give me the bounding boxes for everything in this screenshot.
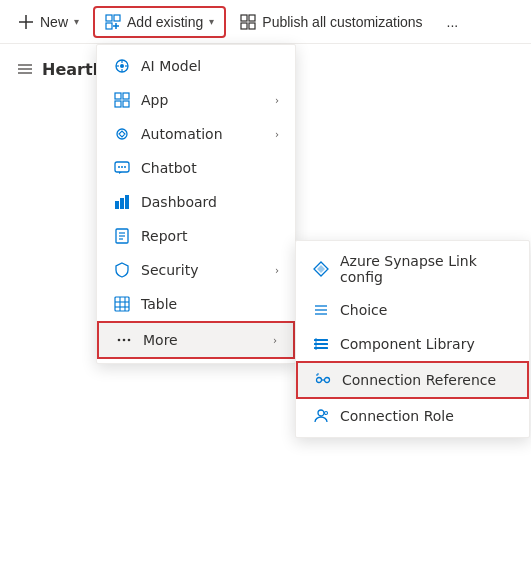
svg-rect-26 (120, 198, 124, 209)
publish-label: Publish all customizations (262, 14, 422, 30)
menu-item-report[interactable]: Report (97, 219, 295, 253)
menu-item-choice[interactable]: Choice (296, 293, 529, 327)
svg-point-48 (325, 378, 330, 383)
primary-dropdown: AI Model App › Automation (96, 44, 296, 364)
automation-arrow: › (275, 129, 279, 140)
svg-point-24 (124, 166, 126, 168)
svg-rect-2 (106, 23, 112, 29)
menu-item-azure-synapse[interactable]: Azure Synapse Link config (296, 245, 529, 293)
app-icon (113, 91, 131, 109)
automation-label: Automation (141, 126, 223, 142)
svg-rect-17 (123, 93, 129, 99)
table-icon (113, 295, 131, 313)
menu-item-connection-reference[interactable]: Connection Reference (296, 361, 529, 399)
new-label: New (40, 14, 68, 30)
menu-item-component-library[interactable]: Component Library (296, 327, 529, 361)
app-arrow: › (275, 95, 279, 106)
connection-reference-icon (314, 371, 332, 389)
more-label: More (143, 332, 178, 348)
add-existing-chevron: ▾ (209, 16, 214, 27)
add-existing-button[interactable]: Add existing ▾ (93, 6, 226, 38)
svg-point-47 (317, 378, 322, 383)
chatbot-icon (113, 159, 131, 177)
connection-role-label: Connection Role (340, 408, 454, 424)
new-button[interactable]: New ▾ (8, 8, 89, 36)
svg-point-23 (121, 166, 123, 168)
menu-item-automation[interactable]: Automation › (97, 117, 295, 151)
choice-label: Choice (340, 302, 387, 318)
ai-model-label: AI Model (141, 58, 201, 74)
svg-rect-32 (115, 297, 129, 311)
svg-rect-27 (125, 195, 129, 209)
add-existing-icon (105, 14, 121, 30)
connection-reference-label: Connection Reference (342, 372, 496, 388)
security-arrow: › (275, 265, 279, 276)
report-icon (113, 227, 131, 245)
toolbar: New ▾ Add existing ▾ Publish all customi… (0, 0, 531, 44)
list-icon (16, 61, 34, 79)
svg-point-50 (318, 410, 324, 416)
security-icon (113, 261, 131, 279)
svg-rect-1 (114, 15, 120, 21)
add-existing-label: Add existing (127, 14, 203, 30)
publish-button[interactable]: Publish all customizations (230, 8, 432, 36)
component-library-label: Component Library (340, 336, 475, 352)
svg-point-39 (128, 339, 131, 342)
azure-synapse-label: Azure Synapse Link config (340, 253, 513, 285)
menu-item-more[interactable]: More › (97, 321, 295, 359)
svg-rect-0 (106, 15, 112, 21)
more-arrow: › (273, 335, 277, 346)
table-label: Table (141, 296, 177, 312)
menu-item-ai-model[interactable]: AI Model (97, 49, 295, 83)
publish-icon (240, 14, 256, 30)
secondary-dropdown: Azure Synapse Link config Choice (295, 240, 530, 438)
app-label: App (141, 92, 168, 108)
svg-point-11 (120, 64, 124, 68)
svg-point-37 (118, 339, 121, 342)
svg-rect-18 (115, 101, 121, 107)
svg-rect-16 (115, 93, 121, 99)
menu-item-connection-role[interactable]: Connection Role (296, 399, 529, 433)
more-icon (115, 331, 133, 349)
choice-icon (312, 301, 330, 319)
svg-point-51 (325, 412, 328, 415)
component-library-icon (312, 335, 330, 353)
svg-rect-3 (241, 15, 247, 21)
menu-item-dashboard[interactable]: Dashboard (97, 185, 295, 219)
more-options-label: ... (447, 14, 459, 30)
dashboard-label: Dashboard (141, 194, 217, 210)
dropdown-container: AI Model App › Automation (96, 44, 531, 364)
svg-rect-6 (249, 23, 255, 29)
svg-rect-5 (241, 23, 247, 29)
svg-rect-19 (123, 101, 129, 107)
chatbot-label: Chatbot (141, 160, 197, 176)
menu-item-security[interactable]: Security › (97, 253, 295, 287)
new-chevron: ▾ (74, 16, 79, 27)
azure-synapse-icon (312, 260, 330, 278)
more-options-button[interactable]: ... (437, 8, 469, 36)
security-label: Security (141, 262, 199, 278)
plus-icon (18, 14, 34, 30)
svg-point-38 (123, 339, 126, 342)
report-label: Report (141, 228, 187, 244)
ai-model-icon (113, 57, 131, 75)
dashboard-icon (113, 193, 131, 211)
svg-rect-4 (249, 15, 255, 21)
menu-item-chatbot[interactable]: Chatbot (97, 151, 295, 185)
svg-rect-25 (115, 201, 119, 209)
menu-item-table[interactable]: Table (97, 287, 295, 321)
connection-role-icon (312, 407, 330, 425)
svg-rect-46 (315, 338, 317, 350)
svg-point-22 (118, 166, 120, 168)
menu-item-app[interactable]: App › (97, 83, 295, 117)
automation-icon (113, 125, 131, 143)
